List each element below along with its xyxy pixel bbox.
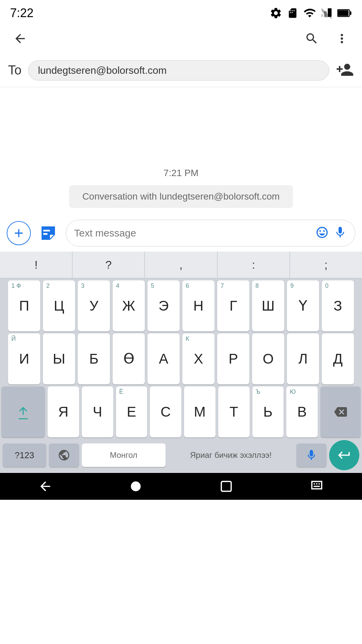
numbers-label: ?123 (15, 450, 34, 461)
text-input-wrapper[interactable] (66, 220, 355, 247)
add-attachment-button[interactable] (7, 221, 31, 245)
key-ү[interactable]: 9Ү (287, 280, 319, 331)
action-bar (0, 23, 362, 54)
signal-icon (321, 7, 333, 19)
keyboard-special-row: ! ? , : ; (0, 252, 362, 278)
key-л[interactable]: Л (287, 333, 319, 384)
search-button[interactable] (302, 29, 322, 49)
key-ш[interactable]: 8Ш (252, 280, 284, 331)
key-в[interactable]: ЮВ (286, 386, 318, 437)
svg-rect-1 (324, 11, 327, 17)
keyboard-row-3: Я Ч ЁЕ С М Т ЪЬ ЮВ (1, 386, 361, 437)
svg-rect-0 (328, 8, 331, 17)
key-т[interactable]: Т (218, 386, 250, 437)
key-ь[interactable]: ЪЬ (252, 386, 284, 437)
navigation-bar (0, 473, 362, 500)
nav-home-button[interactable] (128, 479, 143, 494)
back-button[interactable] (10, 29, 30, 49)
key-з[interactable]: 0З (322, 280, 354, 331)
message-timestamp: 7:21 PM (164, 168, 198, 178)
keyboard-main-rows: 1 ФП 2Ц 3У 4Ж 5Э 6Н 7Г 8Ш 9Ү 0З ЙИ Ы Б Ө… (0, 278, 362, 439)
key-colon[interactable]: : (218, 252, 290, 278)
keyboard-row-1: 1 ФП 2Ц 3У 4Ж 5Э 6Н 7Г 8Ш 9Ү 0З (1, 280, 361, 331)
key-м[interactable]: М (184, 386, 216, 437)
battery-icon (337, 8, 352, 18)
status-time: 7:22 (10, 6, 34, 20)
svg-rect-2 (321, 14, 323, 17)
microphone-button[interactable] (334, 226, 347, 240)
key-и[interactable]: ЙИ (8, 333, 40, 384)
key-semicolon[interactable]: ; (290, 252, 362, 278)
emoji-button[interactable] (315, 226, 329, 240)
backspace-key[interactable] (320, 386, 361, 437)
svg-rect-8 (221, 481, 231, 491)
shift-key[interactable] (1, 386, 45, 437)
keyboard-row-2: ЙИ Ы Б Ө А КХ Р О Л Д (1, 333, 361, 384)
status-icons (269, 7, 352, 19)
key-ы[interactable]: Ы (43, 333, 75, 384)
key-ө[interactable]: Ө (113, 333, 145, 384)
key-г[interactable]: 7Г (217, 280, 249, 331)
input-bar (0, 215, 362, 252)
keyboard: ! ? , : ; 1 ФП 2Ц 3У 4Ж 5Э 6Н 7Г 8Ш 9Ү 0… (0, 252, 362, 473)
action-bar-left (10, 29, 30, 49)
space-key[interactable]: Монгол (82, 443, 166, 467)
key-п[interactable]: 1 ФП (8, 280, 40, 331)
enter-key[interactable] (329, 440, 359, 470)
key-я[interactable]: Я (48, 386, 79, 437)
key-д[interactable]: Д (322, 333, 354, 384)
svg-rect-4 (350, 11, 351, 15)
key-о[interactable]: О (252, 333, 284, 384)
key-ж[interactable]: 4Ж (113, 280, 145, 331)
key-exclamation[interactable]: ! (0, 252, 72, 278)
recipient-chip[interactable]: lundegtseren@bolorsoft.com (28, 60, 329, 80)
key-ч[interactable]: Ч (82, 386, 113, 437)
key-е[interactable]: ЁЕ (116, 386, 147, 437)
key-ц[interactable]: 2Ц (43, 280, 75, 331)
key-р[interactable]: Р (217, 333, 249, 384)
svg-rect-5 (338, 10, 349, 16)
nav-back-button[interactable] (38, 479, 53, 494)
keyboard-voice-button[interactable] (296, 443, 326, 467)
message-area: 7:21 PM Conversation with lundegtseren@b… (0, 87, 362, 215)
key-б[interactable]: Б (78, 333, 110, 384)
to-field: To lundegtseren@bolorsoft.com (0, 54, 362, 87)
status-bar: 7:22 (0, 0, 362, 23)
key-э[interactable]: 5Э (147, 280, 180, 331)
keyboard-bottom-row: ?123 Монгол Яриаг бичиж эхэллээ! (0, 439, 362, 473)
key-comma[interactable]: , (145, 252, 217, 278)
key-а[interactable]: А (147, 333, 180, 384)
sticker-button[interactable] (36, 221, 60, 245)
key-у[interactable]: 3У (78, 280, 110, 331)
nav-recents-button[interactable] (219, 479, 234, 494)
nav-keyboard-button[interactable] (309, 479, 324, 494)
key-н[interactable]: 6Н (182, 280, 215, 331)
sd-card-icon (287, 7, 298, 19)
space-label: Монгол (110, 450, 137, 460)
key-с[interactable]: С (150, 386, 181, 437)
action-bar-right (302, 29, 352, 49)
key-question[interactable]: ? (72, 252, 145, 278)
text-message-input[interactable] (74, 227, 311, 239)
svg-point-7 (131, 481, 140, 491)
language-button[interactable] (49, 443, 79, 467)
wifi-icon (303, 7, 316, 19)
settings-icon (269, 7, 282, 19)
key-х[interactable]: КХ (182, 333, 215, 384)
to-label: To (8, 63, 21, 77)
add-contact-button[interactable] (336, 61, 354, 80)
keyboard-hint: Яриаг бичиж эхэллээ! (168, 450, 294, 460)
more-options-button[interactable] (332, 29, 352, 49)
conversation-label: Conversation with lundegtseren@bolorsoft… (69, 185, 293, 208)
numbers-switch-button[interactable]: ?123 (3, 443, 46, 467)
